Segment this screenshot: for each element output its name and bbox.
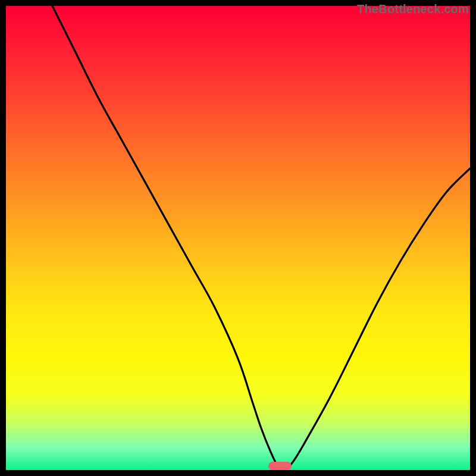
chart-frame: TheBottleneck.com	[0, 0, 476, 476]
optimum-marker	[268, 462, 292, 470]
watermark-text: TheBottleneck.com	[357, 2, 469, 16]
bottleneck-curve	[6, 6, 470, 470]
plot-area	[6, 6, 470, 470]
